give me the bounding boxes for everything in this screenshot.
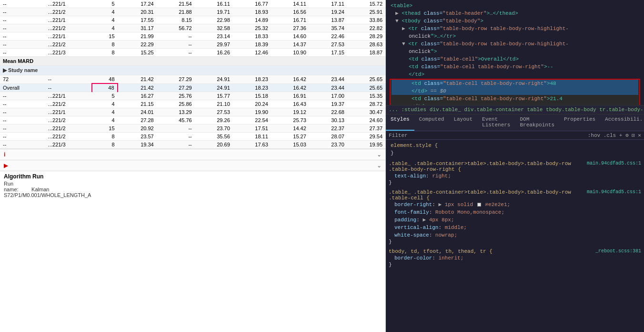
cell: 18.93 <box>233 8 271 16</box>
breadcrumb-text: ... :studies div.table_ div.table-contai… <box>389 107 644 113</box>
cell: 16.77 <box>233 0 271 8</box>
cell: 23.44 <box>309 83 347 92</box>
algo-run-section: Algorithm Run Run name: Kalman S72/P1/M0… <box>0 171 385 200</box>
css-prop-white-space: white-space <box>394 232 429 238</box>
name-value: Kalman <box>31 187 49 192</box>
cell: 8 <box>92 41 117 49</box>
cell: 19.24 <box>309 8 347 16</box>
cell: 21.42 <box>118 75 157 84</box>
cell: 30.13 <box>309 116 347 124</box>
filter-input[interactable] <box>410 133 588 138</box>
cell: 16.43 <box>271 100 309 108</box>
css-selector-1b: .table-body-row-right { <box>389 166 461 172</box>
cell: 19.95 <box>347 141 385 149</box>
algo-run-run: Run <box>4 181 382 187</box>
cell: 23.70 <box>309 141 347 149</box>
cell: 14.11 <box>271 0 309 8</box>
cell: 4 <box>92 108 117 116</box>
cell: 4 <box>92 8 117 16</box>
cell: 16.26 <box>195 49 233 57</box>
collapse-icon-2: ▶ <box>4 162 8 169</box>
cell: 33.86 <box>347 16 385 24</box>
dom-line-214: <td class="table-cell table-body-row-rig… <box>392 95 638 103</box>
cell: 15.25 <box>118 49 157 57</box>
cell: ...221/2 <box>45 24 92 32</box>
css-val-font-family: Roboto Mono,monospace; <box>435 209 504 215</box>
tab-computed[interactable]: Computed <box>414 114 449 131</box>
cell: 17.00 <box>309 92 347 100</box>
filter-bar: Filter :hov .cls + ⚙ ⊡ ✕ <box>386 131 644 140</box>
cell: 16.91 <box>271 92 309 100</box>
dom-line: <td class="table-cell">Overall</td> <box>389 55 641 63</box>
collapse-arrow-1: ⌄ <box>377 151 382 158</box>
table-row: -- ...221/1 4 24.01 13.29 27.53 19.90 19… <box>0 108 385 116</box>
cell: 5 <box>92 0 117 8</box>
cell: 28.63 <box>347 41 385 49</box>
tab-accessibility[interactable]: Accessibili... <box>600 114 644 131</box>
cell: ...221/1 <box>45 108 92 116</box>
cell: 25.86 <box>157 100 195 108</box>
dom-line: ▶ <tr class="table-body-row table-body-r… <box>389 25 641 32</box>
cell: 23.70 <box>195 124 233 133</box>
cell: -- <box>157 41 195 49</box>
filter-label: Filter <box>389 133 408 138</box>
cell: 14.42 <box>271 124 309 133</box>
css-selector-3: tbody, td, tfoot, th, thead, tr { <box>389 249 493 254</box>
cell: 21.99 <box>118 32 157 41</box>
tab-layout[interactable]: Layout <box>449 114 477 131</box>
cell: 4 <box>92 24 117 32</box>
css-val-vertical-align: middle; <box>445 225 467 230</box>
dom-line: onclick"> <box>389 48 641 55</box>
cell: 18.11 <box>233 133 271 141</box>
cell: 25.65 <box>347 83 385 92</box>
table-row: -- ...221/1 5 17.24 21.54 16.11 16.77 14… <box>0 0 385 8</box>
cell: 13.87 <box>309 16 347 24</box>
cell: -- <box>157 49 195 57</box>
dom-line-selected-48: <td class="table-cell table-body-row-rig… <box>392 80 638 87</box>
css-source-3: _reboot.scss:381 <box>595 249 641 254</box>
tab-dom-breakpoints[interactable]: DOM Breakpoints <box>515 114 559 131</box>
collapse-section-2[interactable]: ▶ ⌄ <box>0 160 385 171</box>
cell: 25.65 <box>347 75 385 84</box>
tab-event-listeners[interactable]: Event Listeners <box>477 114 515 131</box>
study-name-label: Study name <box>8 67 38 73</box>
cell: 15.35 <box>347 92 385 100</box>
cell: ...221/1 <box>45 92 92 100</box>
cell: 8 <box>92 49 117 57</box>
table-row: -- ...221/1 15 21.99 -- 23.14 18.33 14.6… <box>0 32 385 41</box>
collapse-section-1[interactable]: i ⌄ <box>0 149 385 160</box>
cell: 28.72 <box>347 100 385 108</box>
css-prop-border-color: border-color <box>394 255 432 261</box>
dom-highlighted-block: <td class="table-cell table-body-row-rig… <box>390 79 640 105</box>
cell: ...221/2 <box>45 133 92 141</box>
cell: 16.42 <box>271 83 309 92</box>
css-source-2: main.94cdfad5.css:1 <box>587 189 641 195</box>
cell: -- <box>0 49 45 57</box>
cell: 21.15 <box>118 100 157 108</box>
cell: 72 <box>0 75 45 84</box>
cell: 32.58 <box>195 24 233 32</box>
right-panel: <table> ▶ <thead class="table-header">…<… <box>386 0 644 332</box>
tab-properties[interactable]: Properties <box>559 114 600 131</box>
cell: 22.82 <box>347 24 385 32</box>
color-swatch-e2e2e1 <box>477 203 481 207</box>
section-header-mean-mard: Mean MARD <box>0 57 385 66</box>
cell: 24.01 <box>118 108 157 116</box>
table-row: -- ...221/1 5 16.27 25.76 15.77 15.18 16… <box>0 92 385 100</box>
cell: 24.91 <box>195 75 233 84</box>
collapse-icon-1: i <box>4 151 5 158</box>
cell: 22.37 <box>309 124 347 133</box>
tab-styles[interactable]: Styles <box>386 114 414 131</box>
cell: ...221/2 <box>45 100 92 108</box>
cell: -- <box>0 116 45 124</box>
cell: 22.54 <box>233 116 271 124</box>
css-source-1: main.94cdfad5.css:1 <box>587 161 641 166</box>
cell: ...221/2 <box>45 116 92 124</box>
cell: 8.15 <box>157 16 195 24</box>
css-rule-2: .table_ .table-container>table>.table-bo… <box>389 189 641 245</box>
cell: 20.24 <box>233 100 271 108</box>
cell: 17.63 <box>233 141 271 149</box>
css-rule-1: .table_ .table-container>table>.table-bo… <box>389 161 641 186</box>
cell: -- <box>0 8 45 16</box>
cell: 17.15 <box>309 49 347 57</box>
